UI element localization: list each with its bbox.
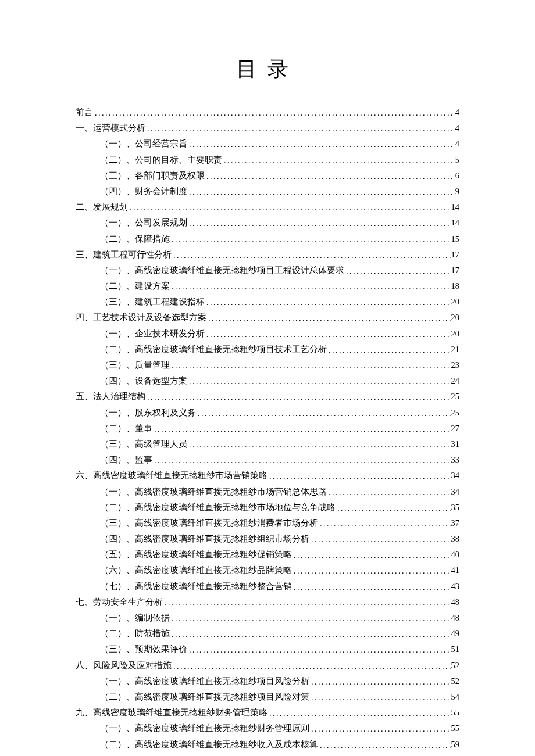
toc-entry-label: 九、高线密度玻璃纤维直接无捻粗纱财务管理策略 <box>76 708 268 717</box>
toc-entry: 五、法人治理结构25 <box>76 392 459 401</box>
toc-entry-label: （一）、高线密度玻璃纤维直接无捻粗纱项目工程设计总体要求 <box>100 266 344 275</box>
toc-entry: 前言4 <box>76 108 459 117</box>
toc-entry-page: 52 <box>451 661 460 670</box>
toc-entry: （三）、高级管理人员31 <box>76 440 459 449</box>
toc-entry-page: 6 <box>455 171 459 180</box>
toc-leader-dots <box>292 551 451 560</box>
toc-entry-page: 38 <box>451 535 460 543</box>
toc-leader-dots <box>187 646 451 654</box>
toc-entry: （二）、高线密度玻璃纤维直接无捻粗纱项目风险对策54 <box>76 693 459 701</box>
toc-leader-dots <box>205 173 455 181</box>
toc-leader-dots <box>318 520 451 528</box>
toc-entry: （一）、编制依据48 <box>76 614 459 622</box>
toc-entry-page: 55 <box>451 708 460 717</box>
toc-leader-dots <box>336 504 451 513</box>
toc-entry: 四、工艺技术设计及设备选型方案20 <box>76 313 459 322</box>
toc-entry: 七、劳动安全生产分析48 <box>76 598 459 607</box>
toc-entry-page: 20 <box>451 313 460 322</box>
toc-leader-dots <box>206 314 451 323</box>
toc-entry-label: （三）、建筑工程建设指标 <box>100 298 205 306</box>
toc-entry-label: （一）、公司发展规划 <box>100 218 187 227</box>
toc-entry: 一、运营模式分析4 <box>76 124 459 132</box>
toc-leader-dots <box>327 346 451 354</box>
toc-leader-dots <box>128 204 451 212</box>
toc-entry: （五）、高线密度玻璃纤维直接无捻粗纱促销策略40 <box>76 550 459 559</box>
toc-entry-page: 33 <box>451 456 460 464</box>
toc-entry-label: （四）、监事 <box>100 456 152 464</box>
toc-entry-page: 54 <box>451 693 460 701</box>
toc-entry: 九、高线密度玻璃纤维直接无捻粗纱财务管理策略55 <box>76 708 459 717</box>
toc-entry: （二）、高线密度玻璃纤维直接无捻粗纱市场地位与竞争战略35 <box>76 503 459 512</box>
toc-entry: （三）、预期效果评价51 <box>76 645 459 654</box>
toc-entry: （四）、监事33 <box>76 456 459 464</box>
toc-entry-label: （三）、预期效果评价 <box>100 645 187 654</box>
table-of-contents: 前言4一、运营模式分析4（一）、公司经营宗旨4（二）、公司的目标、主要职责5（三… <box>76 108 459 749</box>
toc-entry-label: （四）、设备选型方案 <box>100 377 187 385</box>
toc-leader-dots <box>187 441 451 449</box>
toc-entry-page: 31 <box>451 440 460 449</box>
toc-entry: 八、风险风险及应对措施52 <box>76 661 459 670</box>
toc-entry-label: （二）、高线密度玻璃纤维直接无捻粗纱项目风险对策 <box>100 693 309 701</box>
toc-entry-page: 21 <box>451 345 460 354</box>
toc-entry-label: （三）、高级管理人员 <box>100 440 187 449</box>
toc-entry-label: （二）、董事 <box>100 424 152 433</box>
toc-entry: （一）、高线密度玻璃纤维直接无捻粗纱项目工程设计总体要求17 <box>76 266 459 275</box>
toc-leader-dots <box>187 188 455 196</box>
toc-entry-label: （二）、高线密度玻璃纤维直接无捻粗纱项目技术工艺分析 <box>100 345 327 354</box>
toc-entry-page: 25 <box>451 409 460 417</box>
toc-entry-label: （三）、各部门职责及权限 <box>100 171 205 180</box>
toc-entry-page: 41 <box>451 566 460 575</box>
toc-leader-dots <box>152 425 451 433</box>
toc-entry-label: （二）、公司的目标、主要职责 <box>100 156 222 164</box>
toc-leader-dots <box>152 457 451 465</box>
toc-entry: （一）、公司发展规划14 <box>76 218 459 227</box>
toc-entry-label: （一）、公司经营宗旨 <box>100 139 187 148</box>
toc-entry-page: 4 <box>455 124 459 132</box>
toc-leader-dots <box>170 236 451 244</box>
toc-entry: （一）、高线密度玻璃纤维直接无捻粗纱财务管理原则55 <box>76 724 459 733</box>
toc-entry: （二）、公司的目标、主要职责5 <box>76 156 459 164</box>
toc-leader-dots <box>187 378 451 386</box>
toc-leader-dots <box>292 583 451 592</box>
toc-entry-page: 15 <box>451 235 460 243</box>
toc-entry-page: 51 <box>451 645 460 654</box>
toc-entry: （三）、建筑工程建设指标20 <box>76 298 459 306</box>
toc-leader-dots <box>268 472 451 481</box>
toc-leader-dots <box>309 694 451 702</box>
toc-entry-label: 四、工艺技术设计及设备选型方案 <box>76 313 206 322</box>
toc-entry: 六、高线密度玻璃纤维直接无捻粗纱市场营销策略34 <box>76 471 459 480</box>
toc-leader-dots <box>145 393 451 402</box>
toc-entry-label: （四）、高线密度玻璃纤维直接无捻粗纱组织市场分析 <box>100 535 309 543</box>
toc-entry-page: 20 <box>451 298 460 306</box>
toc-leader-dots <box>172 662 451 671</box>
toc-entry-label: 六、高线密度玻璃纤维直接无捻粗纱市场营销策略 <box>76 471 268 480</box>
toc-entry-label: （七）、高线密度玻璃纤维直接无捻粗纱整合营销 <box>100 582 292 591</box>
toc-entry: （二）、保障措施15 <box>76 235 459 243</box>
toc-entry-label: 七、劳动安全生产分析 <box>76 598 163 607</box>
toc-entry: （四）、高线密度玻璃纤维直接无捻粗纱组织市场分析38 <box>76 535 459 543</box>
toc-entry-page: 25 <box>451 392 460 401</box>
toc-leader-dots <box>170 630 451 639</box>
toc-entry-page: 9 <box>455 187 459 196</box>
toc-leader-dots <box>172 252 451 260</box>
toc-leader-dots <box>309 678 451 686</box>
toc-entry: （二）、董事27 <box>76 424 459 433</box>
toc-leader-dots <box>292 567 451 575</box>
toc-leader-dots <box>205 331 451 339</box>
toc-entry: （一）、公司经营宗旨4 <box>76 139 459 148</box>
toc-entry-page: 52 <box>451 677 460 686</box>
page-title: 目录 <box>76 55 459 84</box>
toc-entry: （六）、高线密度玻璃纤维直接无捻粗纱品牌策略41 <box>76 566 459 575</box>
toc-leader-dots <box>268 710 451 718</box>
toc-leader-dots <box>93 109 455 117</box>
toc-entry-page: 17 <box>451 250 460 259</box>
toc-entry-page: 37 <box>451 519 460 528</box>
toc-entry-label: 八、风险风险及应对措施 <box>76 661 172 670</box>
toc-entry-page: 40 <box>451 550 460 559</box>
toc-entry-label: （五）、高线密度玻璃纤维直接无捻粗纱促销策略 <box>100 550 292 559</box>
toc-entry-label: （三）、质量管理 <box>100 361 170 370</box>
toc-entry-page: 14 <box>451 218 460 227</box>
toc-leader-dots <box>196 410 451 418</box>
toc-entry-label: 五、法人治理结构 <box>76 392 145 401</box>
toc-entry-label: （二）、建设方案 <box>100 282 170 291</box>
